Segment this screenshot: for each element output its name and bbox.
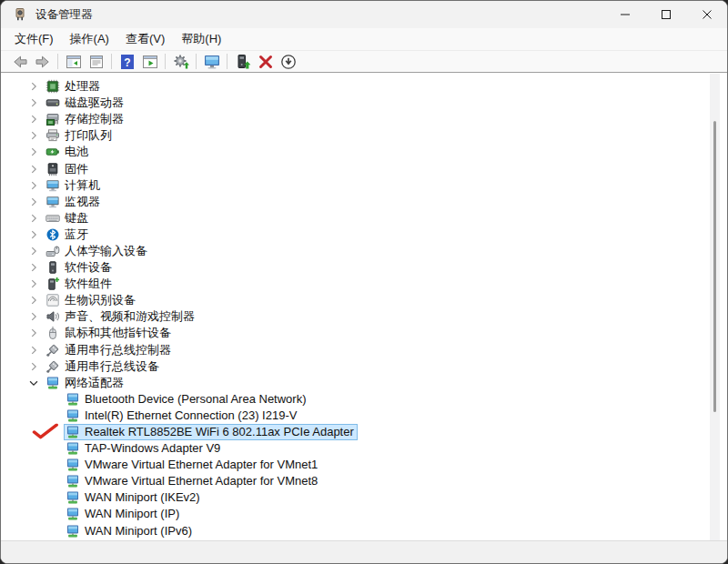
tree-item-target[interactable]: VMware Virtual Ethernet Adapter for VMne… (64, 457, 321, 473)
tree-item: Intel(R) Ethernet Connection (23) I219-V (1, 408, 727, 424)
tree-item: 键盘 (1, 210, 727, 227)
computer-button[interactable] (200, 52, 223, 71)
action-pane-button[interactable] (138, 52, 161, 71)
scrollbar-thumb[interactable] (713, 121, 716, 412)
tree-item: VMware Virtual Ethernet Adapter for VMne… (1, 473, 727, 489)
tree-item-target[interactable]: WAN Miniport (IPv6) (64, 523, 196, 539)
tree-item-target[interactable]: WAN Miniport (IKEv2) (64, 489, 204, 506)
tree-item-target[interactable]: 监视器 (44, 194, 104, 210)
chevron-right-icon[interactable] (26, 244, 41, 258)
chevron-right-icon[interactable] (26, 277, 41, 291)
hid-icon (46, 244, 60, 258)
chevron-right-icon[interactable] (26, 309, 41, 324)
close-button[interactable] (686, 1, 727, 28)
tree-item-target[interactable]: 人体学输入设备 (44, 243, 151, 259)
chevron-right-icon[interactable] (26, 326, 41, 340)
toolbar-separator (111, 54, 112, 69)
menu-view[interactable]: 查看(V) (117, 29, 173, 49)
chevron-right-icon[interactable] (26, 145, 41, 159)
show-console-tree-button[interactable] (62, 52, 85, 71)
tree-item-target[interactable]: 存储控制器 (44, 111, 127, 127)
chevron-right-icon[interactable] (26, 293, 41, 307)
tree-item-label: 键盘 (65, 211, 88, 226)
tree-item-label: Intel(R) Ethernet Connection (23) I219-V (85, 408, 297, 423)
chevron-down-icon[interactable] (26, 376, 41, 390)
tree-item-target[interactable]: 计算机 (44, 177, 104, 194)
tree-item-target[interactable]: 声音、视频和游戏控制器 (44, 308, 198, 325)
scan-hardware-changes-icon (172, 53, 190, 71)
chevron-right-icon[interactable] (26, 227, 41, 242)
tree-item-label: 蓝牙 (65, 227, 88, 242)
tree-item-target[interactable]: 键盘 (44, 210, 92, 227)
tree-item-target[interactable]: 磁盘驱动器 (44, 95, 127, 111)
tree-item-target[interactable]: 软件组件 (44, 276, 116, 292)
help-icon: ? (118, 53, 136, 71)
tree-item-target[interactable]: 鼠标和其他指针设备 (44, 325, 175, 341)
tree-item: 通用串行总线控制器 (1, 342, 727, 358)
mouse-icon (46, 326, 60, 340)
tree-item-target[interactable]: 生物识别设备 (44, 292, 139, 308)
tree-item-target[interactable]: Bluetooth Device (Personal Area Network) (64, 391, 310, 408)
toolbar-separator (57, 54, 58, 69)
tree-item: 蓝牙 (1, 227, 727, 243)
chevron-right-icon[interactable] (26, 162, 41, 176)
tree-item-target[interactable]: 蓝牙 (44, 227, 92, 243)
tree-item-target[interactable]: 电池 (44, 144, 92, 160)
update-driver-button[interactable] (231, 52, 254, 71)
uninstall-device-button[interactable] (254, 52, 277, 71)
minimize-button[interactable] (604, 1, 645, 28)
tree-item-target[interactable]: TAP-Windows Adapter V9 (64, 440, 224, 457)
tree-item-target[interactable]: 打印队列 (44, 127, 116, 144)
title-bar: 设备管理器 (1, 1, 727, 28)
maximize-button[interactable] (645, 1, 686, 28)
menu-file[interactable]: 文件(F) (6, 29, 62, 49)
chevron-right-icon[interactable] (26, 195, 41, 209)
device-tree-panel: 处理器磁盘驱动器存储控制器打印队列电池固件计算机监视器键盘蓝牙人体学输入设备软件… (1, 72, 727, 540)
back-icon (11, 53, 29, 71)
properties-icon (87, 53, 106, 71)
back-button[interactable] (8, 52, 31, 71)
menu-action[interactable]: 操作(A) (62, 29, 117, 49)
disable-device-button[interactable] (277, 52, 299, 71)
tree-item-label: 声音、视频和游戏控制器 (65, 309, 195, 324)
chevron-right-icon[interactable] (26, 79, 41, 94)
forward-button[interactable] (31, 52, 54, 71)
chevron-right-icon[interactable] (26, 112, 41, 126)
tree-item: 存储控制器 (1, 111, 727, 127)
usb-controller-icon (46, 343, 60, 358)
tree-item-target[interactable]: Intel(R) Ethernet Connection (23) I219-V (64, 408, 300, 424)
tree-item-target[interactable]: 通用串行总线设备 (44, 358, 163, 375)
network-adapter-icon (66, 425, 80, 439)
chevron-right-icon[interactable] (26, 178, 41, 193)
tree-item-target[interactable]: 通用串行总线控制器 (44, 342, 175, 358)
tree-item-target[interactable]: 处理器 (44, 78, 104, 95)
chevron-right-icon[interactable] (26, 343, 41, 358)
tree-item: WAN Miniport (IKEv2) (1, 489, 727, 506)
help-button[interactable]: ? (116, 52, 138, 71)
chevron-right-icon[interactable] (26, 96, 41, 110)
scan-hardware-changes-button[interactable] (169, 52, 192, 71)
status-bar (1, 540, 727, 563)
menu-bar: 文件(F)操作(A)查看(V)帮助(H) (1, 28, 727, 51)
menu-help[interactable]: 帮助(H) (173, 29, 229, 49)
tree-item-target[interactable]: 软件设备 (44, 259, 116, 276)
tree-item-target[interactable]: VMware Virtual Ethernet Adapter for VMne… (64, 473, 321, 489)
tree-item-label: Realtek RTL8852BE WiFi 6 802.11ax PCIe A… (85, 425, 354, 439)
network-adapter-icon (66, 507, 80, 521)
tree-item-target[interactable]: 网络适配器 (44, 375, 127, 391)
software-device-icon (46, 260, 60, 275)
toolbar-separator (227, 54, 228, 69)
tree-item-target[interactable]: WAN Miniport (IP) (64, 506, 183, 522)
tree-item: WAN Miniport (IP) (1, 506, 727, 522)
chevron-right-icon[interactable] (26, 211, 41, 226)
close-icon (703, 10, 712, 19)
tree-item-target[interactable] (64, 539, 84, 540)
tree-item-target[interactable]: 固件 (44, 161, 92, 177)
chevron-right-icon[interactable] (26, 128, 41, 143)
vertical-scrollbar[interactable] (710, 74, 720, 540)
chevron-right-icon[interactable] (26, 359, 41, 374)
tree-item-selected[interactable]: Realtek RTL8852BE WiFi 6 802.11ax PCIe A… (64, 424, 358, 440)
properties-button[interactable] (85, 52, 107, 71)
chevron-right-icon[interactable] (26, 260, 41, 275)
minimize-icon (621, 10, 630, 19)
